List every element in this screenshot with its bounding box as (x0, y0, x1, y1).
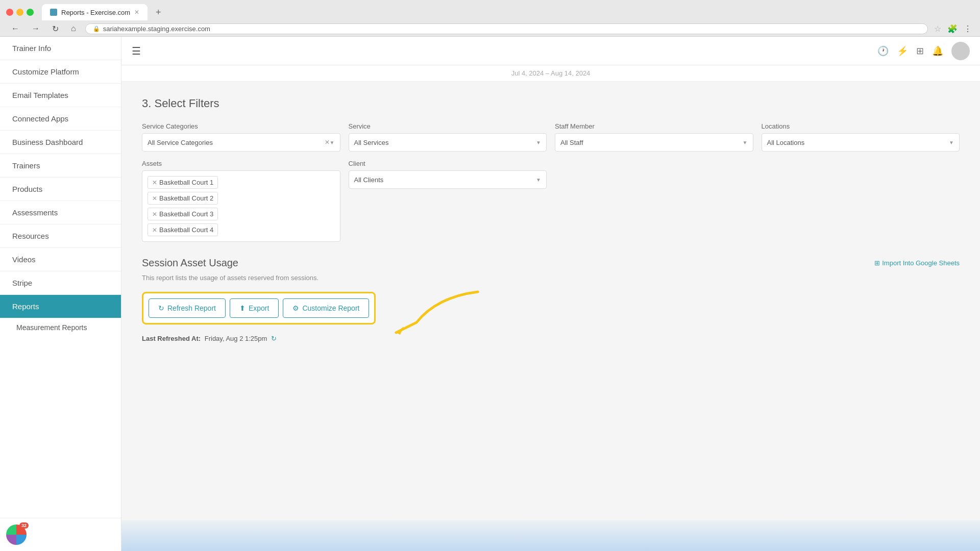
service-select[interactable]: All Services ▼ (349, 133, 547, 152)
service-arrow-icon: ▼ (536, 140, 541, 145)
active-tab[interactable]: Reports - Exercise.com ✕ (42, 4, 148, 20)
sidebar-item-connected-apps[interactable]: Connected Apps (0, 107, 121, 131)
asset-tag-2-label: Basketball Court 3 (159, 210, 213, 218)
last-refreshed-refresh-icon[interactable]: ↻ (271, 335, 277, 342)
export-button[interactable]: ⬆ Export (230, 298, 279, 318)
assets-filter: Assets ✕ Basketball Court 1 ✕ Basketball… (142, 160, 340, 242)
staff-member-arrow-icon: ▼ (743, 140, 748, 145)
tab-close-icon[interactable]: ✕ (134, 9, 139, 16)
address-bar[interactable]: 🔒 sariahexample.staging.exercise.com (85, 23, 928, 34)
locations-label: Locations (762, 122, 960, 130)
bottom-gradient (121, 520, 980, 551)
session-asset-usage-section: Session Asset Usage ⊞ Import Into Google… (142, 257, 960, 342)
asset-tag-2[interactable]: ✕ Basketball Court 3 (148, 208, 218, 220)
asset-tag-1[interactable]: ✕ Basketball Court 2 (148, 192, 218, 205)
reload-button[interactable]: ↻ (49, 23, 62, 35)
asset-tag-3-remove-icon[interactable]: ✕ (152, 227, 157, 234)
asset-tag-3[interactable]: ✕ Basketball Court 4 (148, 223, 218, 236)
staff-member-value: All Staff (560, 139, 583, 146)
sidebar-item-business-dashboard[interactable]: Business Dashboard (0, 131, 121, 154)
menu-icon[interactable]: ⋮ (964, 24, 972, 34)
notification-badge: 32 (19, 522, 29, 529)
grid-icon[interactable]: ⊞ (916, 45, 924, 57)
gear-icon: ⚙ (292, 304, 299, 312)
service-categories-label: Service Categories (142, 122, 340, 130)
tab-title: Reports - Exercise.com (61, 9, 130, 16)
client-select[interactable]: All Clients ▼ (349, 170, 547, 189)
asset-tag-2-remove-icon[interactable]: ✕ (152, 211, 157, 218)
sidebar-item-reports[interactable]: Reports (0, 295, 121, 318)
date-range-text: Jul 4, 2024 – Aug 14, 2024 (511, 69, 591, 77)
report-title: Session Asset Usage (142, 257, 238, 269)
extensions-icon[interactable]: 🧩 (947, 24, 958, 34)
sidebar-item-products[interactable]: Products (0, 178, 121, 201)
service-filter: Service All Services ▼ (349, 122, 547, 152)
service-label: Service (349, 122, 547, 130)
sidebar: Trainer Info Customize Platform Email Te… (0, 37, 121, 551)
client-label: Client (349, 160, 547, 167)
back-button[interactable]: ← (8, 23, 22, 34)
refresh-report-button[interactable]: ↻ Refresh Report (149, 298, 226, 318)
service-categories-filter: Service Categories All Service Categorie… (142, 122, 340, 152)
forward-button[interactable]: → (29, 23, 43, 34)
sidebar-item-trainer-info[interactable]: Trainer Info (0, 37, 121, 60)
sidebar-sub-item-measurement-reports[interactable]: Measurement Reports (0, 318, 121, 337)
clock-icon[interactable]: 🕐 (877, 45, 889, 57)
sidebar-item-email-templates[interactable]: Email Templates (0, 84, 121, 107)
filters-row-1: Service Categories All Service Categorie… (142, 122, 960, 152)
home-button[interactable]: ⌂ (68, 23, 79, 34)
lightning-icon[interactable]: ⚡ (897, 45, 908, 57)
asset-tag-0[interactable]: ✕ Basketball Court 1 (148, 176, 218, 189)
locations-filter: Locations All Locations ▼ (762, 122, 960, 152)
asset-tag-0-remove-icon[interactable]: ✕ (152, 179, 157, 186)
staff-member-select[interactable]: All Staff ▼ (555, 133, 753, 152)
user-avatar-container: 32 (6, 524, 27, 545)
arrow-annotation (376, 282, 488, 343)
client-filter: Client All Clients ▼ (349, 160, 547, 242)
bookmark-icon[interactable]: ☆ (934, 24, 941, 34)
secure-icon: 🔒 (93, 26, 100, 32)
service-categories-arrow-icon: ▼ (330, 140, 335, 145)
client-value: All Clients (354, 176, 384, 184)
user-profile-avatar[interactable] (951, 42, 970, 60)
locations-select[interactable]: All Locations ▼ (762, 133, 960, 152)
new-tab-button[interactable]: + (152, 5, 165, 20)
close-button[interactable] (6, 9, 13, 16)
client-arrow-icon: ▼ (536, 177, 541, 183)
asset-tag-1-label: Basketball Court 2 (159, 194, 213, 202)
service-value: All Services (354, 139, 389, 146)
table-icon: ⊞ (874, 259, 880, 267)
hamburger-icon[interactable]: ☰ (132, 45, 141, 57)
svg-marker-0 (396, 327, 404, 335)
last-refreshed-value: Friday, Aug 2 1:25pm (205, 335, 267, 342)
browser-chrome: Reports - Exercise.com ✕ + ← → ↻ ⌂ 🔒 sar… (0, 0, 980, 37)
asset-tag-3-label: Basketball Court 4 (159, 226, 213, 234)
sidebar-item-trainers[interactable]: Trainers (0, 154, 121, 178)
sidebar-item-resources[interactable]: Resources (0, 224, 121, 248)
service-categories-clear-icon[interactable]: ✕ (325, 139, 330, 146)
assets-tags-container[interactable]: ✕ Basketball Court 1 ✕ Basketball Court … (142, 170, 340, 242)
asset-tag-1-remove-icon[interactable]: ✕ (152, 195, 157, 202)
filters-section-title: 3. Select Filters (142, 97, 960, 110)
sidebar-item-stripe[interactable]: Stripe (0, 271, 121, 295)
maximize-button[interactable] (27, 9, 34, 16)
locations-arrow-icon: ▼ (949, 140, 954, 145)
staff-member-filter: Staff Member All Staff ▼ (555, 122, 753, 152)
service-categories-value: All Service Categories (148, 139, 213, 146)
top-nav: ☰ 🕐 ⚡ ⊞ 🔔 (121, 37, 980, 65)
refresh-icon: ↻ (158, 304, 164, 312)
customize-report-button[interactable]: ⚙ Customize Report (283, 298, 369, 318)
bell-icon[interactable]: 🔔 (932, 45, 943, 57)
filters-row-2: Assets ✕ Basketball Court 1 ✕ Basketball… (142, 160, 960, 242)
minimize-button[interactable] (16, 9, 23, 16)
sidebar-item-videos[interactable]: Videos (0, 248, 121, 271)
sidebar-item-customize-platform[interactable]: Customize Platform (0, 60, 121, 84)
url-text: sariahexample.staging.exercise.com (103, 25, 210, 33)
sidebar-item-assessments[interactable]: Assessments (0, 201, 121, 224)
sidebar-bottom: 32 (0, 518, 121, 551)
window-controls (6, 9, 34, 16)
service-categories-select[interactable]: All Service Categories ✕ ▼ (142, 133, 340, 152)
action-buttons-wrapper: ↻ Refresh Report ⬆ Export ⚙ Customize Re… (142, 292, 376, 324)
export-icon: ⬆ (239, 304, 246, 312)
import-google-sheets-link[interactable]: ⊞ Import Into Google Sheets (874, 259, 960, 267)
